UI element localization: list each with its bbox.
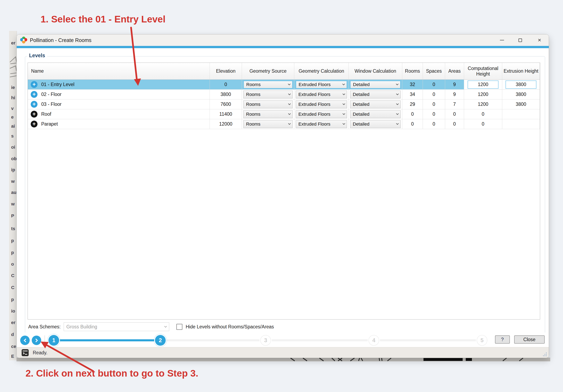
add-level-icon[interactable]: + <box>31 101 38 108</box>
geometry-calculation-dropdown[interactable]: Extruded Floors <box>296 81 347 88</box>
computational-height-input[interactable]: 1200 <box>468 81 499 89</box>
chevron-down-icon <box>396 122 399 125</box>
desktop: eriehiveaisoiobipwauwPtsppoCCpioerdceE 1… <box>0 0 563 392</box>
chevron-down-icon <box>396 92 399 95</box>
wizard-step-3[interactable]: 3 <box>260 335 271 346</box>
window-calculation-dropdown[interactable]: Detailed <box>350 110 401 118</box>
dropdown-value: Extruded Floors <box>299 82 331 87</box>
window-calculation-dropdown[interactable]: Detailed <box>350 91 401 98</box>
column-header-geometry-calculation[interactable]: Geometry Calculation <box>294 63 349 80</box>
areas-count: 0 <box>445 119 464 129</box>
geometry-calculation-dropdown[interactable]: Extruded Floors <box>296 110 347 118</box>
next-step-button[interactable] <box>32 336 41 345</box>
close-window-button[interactable]: × <box>532 34 547 46</box>
table-row-roof[interactable]: +Roof 11400 Rooms Extruded Floors Detail… <box>28 109 540 119</box>
window-calculation-dropdown[interactable]: Detailed <box>350 100 401 108</box>
dropdown-value: Detailed <box>353 92 370 97</box>
minimize-button[interactable] <box>495 34 509 46</box>
wizard-step-5[interactable]: 5 <box>477 335 487 346</box>
dropdown-value: Detailed <box>353 122 370 127</box>
geometry-source-dropdown[interactable]: Rooms <box>243 120 293 128</box>
geometry-calculation-dropdown[interactable]: Extruded Floors <box>296 120 347 128</box>
help-button[interactable]: ? <box>495 335 510 344</box>
rooms-count: 32 <box>402 80 423 89</box>
elevation-value: 0 <box>210 80 242 89</box>
area-schemes-value: Gross Building <box>66 324 97 330</box>
chevron-down-icon <box>164 325 167 328</box>
wizard-progress <box>54 339 160 341</box>
column-header-spaces[interactable]: Spaces <box>423 63 445 80</box>
add-level-icon[interactable]: + <box>31 81 38 88</box>
pollination-create-rooms-dialog: Pollination - Create Rooms × Levels Name… <box>16 34 549 358</box>
column-header-elevation[interactable]: Elevation <box>210 63 242 80</box>
chevron-down-icon <box>343 102 345 105</box>
wizard-step-1[interactable]: 1 <box>48 335 59 346</box>
extrusion-height-value <box>502 109 540 119</box>
geometry-calculation-dropdown[interactable]: Extruded Floors <box>296 100 347 108</box>
geometry-source-dropdown[interactable]: Rooms <box>243 110 293 118</box>
rooms-count: 34 <box>402 90 423 99</box>
geometry-calculation-dropdown[interactable]: Extruded Floors <box>296 91 347 98</box>
areas-count: 0 <box>445 109 464 119</box>
dropdown-value: Rooms <box>246 92 260 97</box>
title-bar[interactable]: Pollination - Create Rooms × <box>17 34 549 46</box>
wizard-step-2[interactable]: 2 <box>155 335 166 346</box>
wizard-step-4[interactable]: 4 <box>369 335 379 346</box>
spaces-count: 0 <box>423 109 445 119</box>
extrusion-height-input[interactable]: 3800 <box>506 81 537 89</box>
maximize-button[interactable] <box>513 34 527 46</box>
add-level-icon[interactable]: + <box>31 121 38 127</box>
geometry-source-dropdown[interactable]: Rooms <box>243 81 293 88</box>
dropdown-value: Rooms <box>246 122 260 127</box>
column-header-areas[interactable]: Areas <box>445 63 464 80</box>
resize-grip[interactable] <box>543 352 547 356</box>
window-title: Pollination - Create Rooms <box>30 34 91 46</box>
geometry-source-dropdown[interactable]: Rooms <box>243 91 293 98</box>
dropdown-value: Rooms <box>246 82 261 87</box>
window-calculation-dropdown[interactable]: Detailed <box>350 81 401 88</box>
column-header-name[interactable]: Name <box>28 63 210 80</box>
table-row-entry-level[interactable]: +01 - Entry Level 0 Rooms Extruded Floor… <box>28 80 540 90</box>
previous-step-button[interactable] <box>20 336 30 345</box>
accent-bar <box>17 46 549 48</box>
dropdown-value: Rooms <box>246 111 260 117</box>
computational-height-value: 0 <box>464 109 502 119</box>
area-schemes-dropdown[interactable]: Gross Building <box>64 322 169 331</box>
extrusion-height-value: 3800 <box>502 90 540 99</box>
table-row-floor-03[interactable]: +03 - Floor 7600 Rooms Extruded Floors D… <box>28 99 540 109</box>
column-header-extrusion-height[interactable]: Extrusion Height <box>502 63 540 80</box>
area-schemes-label: Area Schemes: <box>28 322 61 332</box>
column-header-computational-height[interactable]: Computational Height <box>464 63 502 80</box>
dropdown-value: Extruded Floors <box>298 102 330 107</box>
chevron-down-icon <box>396 102 399 105</box>
geometry-source-dropdown[interactable]: Rooms <box>243 100 293 108</box>
window-calculation-dropdown[interactable]: Detailed <box>350 120 401 128</box>
elevation-value: 12000 <box>210 119 242 129</box>
computational-height-value: 0 <box>464 119 502 129</box>
add-level-icon[interactable]: + <box>31 111 38 118</box>
chevron-down-icon <box>396 83 398 85</box>
computational-height-value: 1200 <box>464 99 502 109</box>
chevron-down-icon <box>396 112 399 115</box>
chevron-left-icon <box>24 339 27 342</box>
column-header-rooms[interactable]: Rooms <box>402 63 423 80</box>
table-row-parapet[interactable]: +Parapet 12000 Rooms Extruded Floors Det… <box>28 119 540 129</box>
column-header-geometry-source[interactable]: Geometry Source <box>242 63 294 80</box>
close-button[interactable]: Close <box>514 335 545 344</box>
minimize-icon <box>500 40 504 40</box>
hide-levels-checkbox-label: Hide Levels without Rooms/Spaces/Areas <box>186 322 274 332</box>
add-level-icon[interactable]: + <box>31 91 38 98</box>
spaces-count: 0 <box>423 119 445 129</box>
areas-count: 7 <box>445 99 464 109</box>
spaces-count: 0 <box>423 80 445 89</box>
table-row-floor-02[interactable]: +02 - Floor 3800 Rooms Extruded Floors D… <box>28 90 540 99</box>
table-header-row: Name Elevation Geometry Source Geometry … <box>28 63 540 80</box>
column-header-window-calculation[interactable]: Window Calculation <box>349 63 402 80</box>
chevron-down-icon <box>288 102 291 105</box>
extrusion-height-value: 3800 <box>502 99 540 109</box>
level-name: Parapet <box>41 121 58 127</box>
pollination-logo-icon <box>20 37 27 44</box>
dropdown-value: Extruded Floors <box>298 92 330 97</box>
hide-levels-checkbox[interactable] <box>176 324 182 330</box>
levels-group-label: Levels <box>27 52 47 59</box>
